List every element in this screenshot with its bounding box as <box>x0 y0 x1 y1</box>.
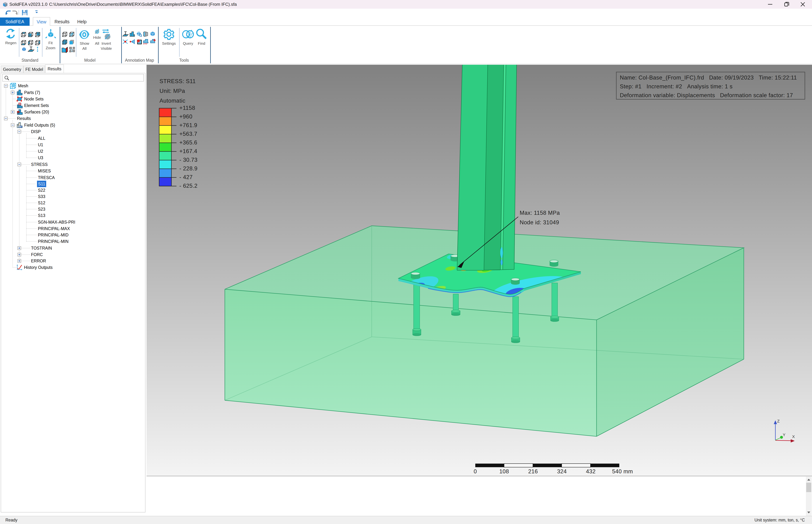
svg-text:Z: Z <box>777 419 780 423</box>
svg-text:X: X <box>792 435 795 439</box>
svg-text:Y: Y <box>783 432 785 437</box>
